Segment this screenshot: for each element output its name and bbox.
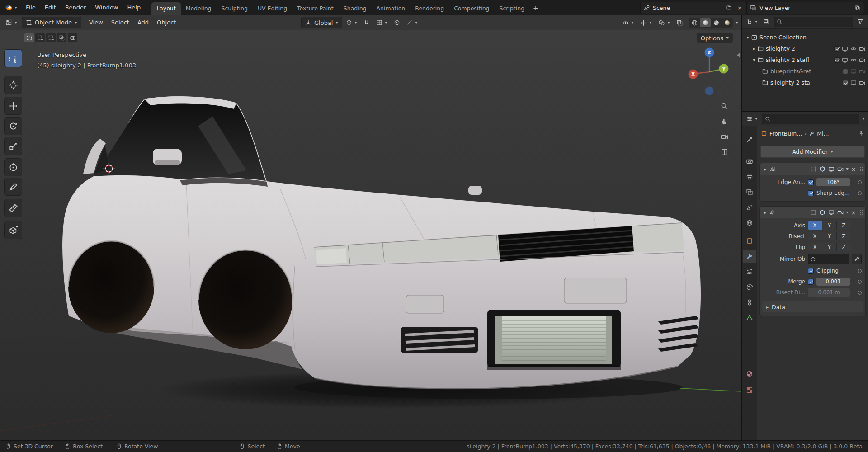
flip-y-toggle[interactable]: Y [822,243,837,251]
workspace-tab-layout[interactable]: Layout [151,2,181,15]
properties-tab-world[interactable] [743,216,756,230]
outliner-row-blueprints-ref[interactable]: blueprints&ref [742,66,868,77]
snap-target-button[interactable] [373,17,390,28]
outliner-row-sileighty2-sta[interactable]: sileighty 2 sta [742,77,868,88]
exclude-checkbox[interactable] [834,57,840,63]
clipping-checkbox[interactable] [808,268,814,274]
properties-tab-material[interactable] [743,367,756,381]
show-overlays-button[interactable] [656,17,673,28]
properties-tab-output[interactable] [743,170,756,184]
toggle-xray-button[interactable] [674,17,686,28]
gizmo-y-axis-handle[interactable]: Y [719,64,729,74]
tool-select-box[interactable] [5,50,22,67]
workspace-tab-compositing[interactable]: Compositing [449,2,494,15]
viewport-3d[interactable]: Options User Perspective (45) sileighty … [0,30,741,440]
new-view-layer-button[interactable] [853,4,861,12]
viewport-display-icon[interactable] [842,46,848,52]
properties-tab-render[interactable] [743,155,756,168]
menu-file[interactable]: File [21,0,40,15]
edit-mode-toggle[interactable] [818,165,826,173]
outliner-filter-button[interactable] [856,16,865,27]
eyedropper-button[interactable] [852,254,862,264]
exclude-checkbox[interactable] [843,69,848,74]
axis-z-toggle[interactable]: Z [837,221,851,230]
pan-button[interactable] [719,116,729,126]
outliner-row-scene-collection[interactable]: ▾ Scene Collection [742,32,868,43]
pivot-point-button[interactable] [343,17,360,28]
properties-editor-type-button[interactable] [745,113,759,124]
gizmo-x-axis-handle[interactable]: X [689,70,698,79]
animate-dot-icon[interactable] [858,291,862,295]
animate-dot-icon[interactable] [858,180,862,184]
zoom-button[interactable] [719,101,729,111]
bisect-distance-value[interactable]: 0.001 m [808,288,850,297]
tool-move[interactable] [5,97,22,114]
properties-tab-object-data[interactable] [743,311,756,325]
menu-select[interactable]: Select [107,15,133,30]
menu-view[interactable]: View [85,15,107,30]
breadcrumb-object[interactable]: FrontBum... [769,130,802,137]
select-mode-extend-button[interactable] [35,33,45,42]
axis-y-toggle[interactable]: Y [822,221,837,230]
menu-window[interactable]: Window [90,0,123,15]
render-toggle[interactable] [836,165,844,173]
workspace-tab-rendering[interactable]: Rendering [410,2,449,15]
tool-transform[interactable] [5,159,22,176]
exclude-checkbox[interactable] [834,46,840,52]
tool-rotate[interactable] [5,118,22,135]
workspace-tab-animation[interactable]: Animation [372,2,410,15]
tool-annotate[interactable] [5,178,22,195]
modifier-extras-chevron-icon[interactable] [846,212,849,213]
properties-tab-tool[interactable] [743,133,756,146]
tool-cursor[interactable] [5,76,22,94]
shading-rendered-button[interactable] [722,18,732,27]
shading-solid-button[interactable] [700,18,711,27]
mirror-object-field[interactable] [808,254,849,264]
menu-object[interactable]: Object [153,15,180,30]
blender-app-menu-button[interactable] [0,0,21,15]
outliner-editor-type-button[interactable] [745,16,759,27]
properties-tab-constraints[interactable] [743,296,756,309]
new-scene-button[interactable] [725,4,733,12]
hide-eye-icon[interactable] [850,57,857,63]
viewport-display-icon[interactable] [850,80,857,86]
properties-tab-scene[interactable] [743,201,756,214]
modifier-close-button[interactable]: × [850,209,857,216]
on-cage-toggle[interactable] [809,165,817,173]
tool-add-cube[interactable] [5,221,22,239]
panel-expand-icon[interactable]: ▾ [762,167,768,172]
editor-type-button[interactable] [3,17,20,28]
expand-icon[interactable]: ▾ [745,35,751,40]
drag-handle-icon[interactable] [860,210,861,211]
bisect-y-toggle[interactable]: Y [822,232,837,240]
expand-icon[interactable]: ▾ [751,57,757,62]
edge-angle-value[interactable]: 106° [816,178,850,186]
sidebar-toggle-arrow[interactable] [737,53,740,57]
exclude-checkbox[interactable] [843,80,848,85]
workspace-tab-sculpting[interactable]: Sculpting [217,2,253,15]
orthographic-toggle-button[interactable] [719,147,729,157]
tool-scale[interactable] [5,137,22,155]
select-mode-set-button[interactable] [24,33,34,42]
render-camera-icon[interactable] [859,80,865,86]
drag-handle-icon[interactable] [860,167,861,168]
show-gizmo-button[interactable] [637,17,655,28]
add-modifier-button[interactable]: Add Modifier [760,146,865,158]
camera-view-button[interactable] [719,132,729,141]
properties-filter-chevron-icon[interactable] [862,118,865,120]
merge-checkbox[interactable] [808,279,814,285]
panel-expand-icon[interactable]: ▾ [762,210,768,215]
workspace-tab-uv-editing[interactable]: UV Editing [253,2,292,15]
options-button[interactable]: Options [697,33,733,43]
gizmo-z-axis-handle[interactable]: Z [705,48,714,57]
sharp-edges-checkbox[interactable] [808,190,814,196]
render-camera-icon[interactable] [859,68,865,75]
viewport-3d-scene[interactable] [0,30,741,440]
render-toggle[interactable] [836,208,844,217]
properties-tab-texture[interactable] [743,383,756,397]
animate-dot-icon[interactable] [858,269,862,273]
render-camera-icon[interactable] [859,57,865,63]
menu-help[interactable]: Help [123,0,146,15]
workspace-tab-modeling[interactable]: Modeling [181,2,217,15]
hide-eye-icon[interactable] [850,46,857,52]
